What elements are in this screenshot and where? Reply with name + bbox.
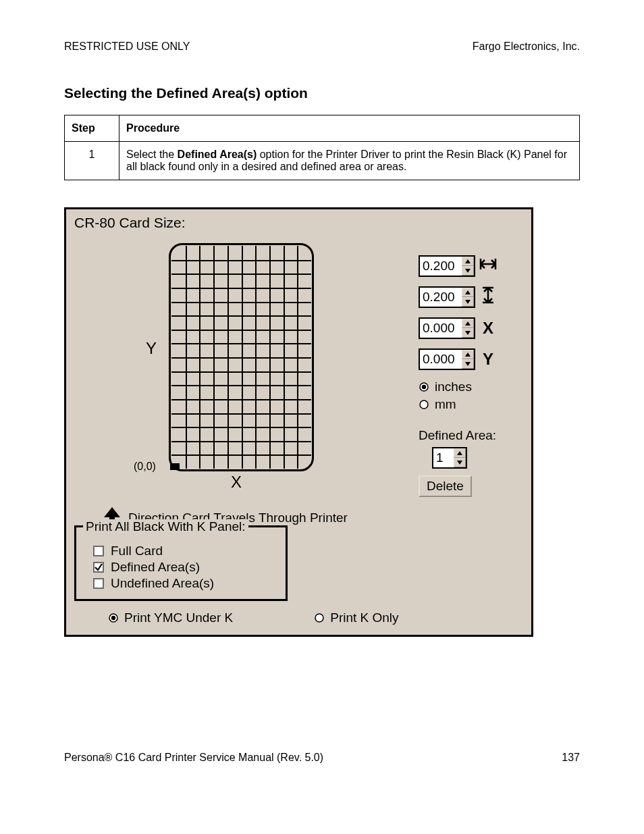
step-text: Select the Defined Area(s) option for th…: [119, 142, 580, 180]
company-label: Fargo Electronics, Inc.: [473, 41, 580, 53]
svg-point-9: [315, 614, 323, 622]
svg-point-8: [111, 616, 115, 620]
defined-area-label: Defined Area:: [419, 428, 523, 443]
section-title: Selecting the Defined Area(s) option: [64, 85, 580, 101]
y-spinner[interactable]: 0.000: [419, 348, 475, 370]
units-inches-radio[interactable]: inches: [419, 380, 523, 394]
procedure-table: Step Procedure 1 Select the Defined Area…: [64, 115, 580, 180]
y-axis-label: Y: [146, 339, 157, 358]
x-down-button[interactable]: [462, 328, 474, 338]
restricted-label: RESTRICTED USE ONLY: [64, 41, 190, 53]
width-up-button[interactable]: [462, 257, 474, 266]
origin-marker: [170, 463, 180, 470]
svg-point-1: [422, 385, 426, 389]
width-icon: [479, 257, 497, 276]
units-mm-radio[interactable]: mm: [419, 397, 523, 412]
panel-title: CR-80 Card Size:: [74, 215, 523, 231]
k-panel-group: Print All Black With K Panel: Full Card …: [74, 525, 288, 601]
step-num: 1: [65, 142, 119, 180]
manual-name: Persona® C16 Card Printer Service Manual…: [64, 752, 323, 764]
width-down-button[interactable]: [462, 266, 474, 276]
print-k-only-radio[interactable]: Print K Only: [314, 610, 398, 625]
k-panel-legend: Print All Black With K Panel:: [83, 519, 248, 534]
width-spinner[interactable]: 0.200: [419, 255, 475, 277]
page-number: 137: [562, 752, 580, 764]
area-up-button[interactable]: [454, 448, 466, 458]
height-up-button[interactable]: [462, 288, 474, 297]
th-step: Step: [65, 115, 119, 142]
defined-area-spinner[interactable]: 1: [432, 447, 467, 469]
th-procedure: Procedure: [119, 115, 580, 142]
x-up-button[interactable]: [462, 319, 474, 328]
x-spinner[interactable]: 0.000: [419, 317, 475, 339]
full-card-checkbox[interactable]: Full Card: [93, 544, 279, 558]
height-spinner[interactable]: 0.200: [419, 286, 475, 308]
card-grid[interactable]: [169, 243, 314, 471]
x-axis-label: X: [231, 473, 242, 492]
y-label-icon: Y: [479, 350, 497, 369]
svg-rect-4: [94, 546, 103, 556]
x-label-icon: X: [479, 319, 497, 338]
settings-panel: CR-80 Card Size: Y (0,0) X: [64, 207, 533, 637]
svg-point-2: [420, 400, 428, 409]
svg-rect-6: [94, 579, 103, 588]
y-up-button[interactable]: [462, 350, 474, 359]
origin-label: (0,0): [134, 461, 156, 473]
defined-areas-checkbox[interactable]: Defined Area(s): [93, 560, 279, 575]
area-down-button[interactable]: [454, 458, 466, 467]
print-ymc-radio[interactable]: Print YMC Under K: [108, 610, 233, 625]
height-down-button[interactable]: [462, 297, 474, 307]
y-down-button[interactable]: [462, 359, 474, 369]
undefined-areas-checkbox[interactable]: Undefined Area(s): [93, 576, 279, 591]
delete-button[interactable]: Delete: [419, 475, 472, 497]
height-icon: [479, 286, 497, 308]
